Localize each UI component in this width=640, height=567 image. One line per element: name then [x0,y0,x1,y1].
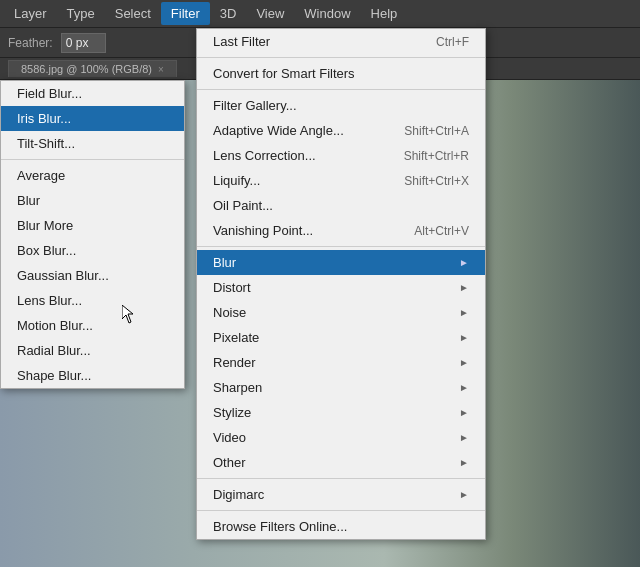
filter-oil-paint[interactable]: Oil Paint... [197,193,485,218]
blur-shape-blur[interactable]: Shape Blur... [1,363,184,388]
menubar: Layer Type Select Filter 3D View Window … [0,0,640,28]
filter-render-label: Render [213,355,256,370]
filter-video[interactable]: Video ► [197,425,485,450]
digimarc-submenu-arrow: ► [459,489,469,500]
sharpen-submenu-arrow: ► [459,382,469,393]
menu-view[interactable]: View [246,2,294,25]
distort-submenu-arrow: ► [459,282,469,293]
separator-5 [197,510,485,511]
menu-select[interactable]: Select [105,2,161,25]
filter-menu: Last Filter Ctrl+F Convert for Smart Fil… [196,28,486,540]
menu-filter[interactable]: Filter [161,2,210,25]
filter-convert-smart[interactable]: Convert for Smart Filters [197,61,485,86]
filter-noise[interactable]: Noise ► [197,300,485,325]
blur-submenu-arrow: ► [459,257,469,268]
filter-vanishing-point-shortcut: Alt+Ctrl+V [414,224,469,238]
filter-liquify-label: Liquify... [213,173,260,188]
filter-browse-online-label: Browse Filters Online... [213,519,347,534]
blur-lens-blur[interactable]: Lens Blur... [1,288,184,313]
document-tab[interactable]: 8586.jpg @ 100% (RGB/8) × [8,60,177,77]
filter-sharpen[interactable]: Sharpen ► [197,375,485,400]
blur-submenu: Field Blur... Iris Blur... Tilt-Shift...… [0,80,185,389]
filter-blur[interactable]: Blur ► [197,250,485,275]
filter-blur-label: Blur [213,255,236,270]
filter-liquify-shortcut: Shift+Ctrl+X [404,174,469,188]
blur-gaussian-blur[interactable]: Gaussian Blur... [1,263,184,288]
filter-last-filter[interactable]: Last Filter Ctrl+F [197,29,485,54]
filter-liquify[interactable]: Liquify... Shift+Ctrl+X [197,168,485,193]
menu-3d[interactable]: 3D [210,2,247,25]
filter-last-filter-shortcut: Ctrl+F [436,35,469,49]
filter-last-filter-label: Last Filter [213,34,270,49]
filter-sharpen-label: Sharpen [213,380,262,395]
filter-oil-paint-label: Oil Paint... [213,198,273,213]
filter-render[interactable]: Render ► [197,350,485,375]
feather-input[interactable] [61,33,106,53]
blur-field-blur[interactable]: Field Blur... [1,81,184,106]
blur-tilt-shift[interactable]: Tilt-Shift... [1,131,184,156]
menu-type[interactable]: Type [57,2,105,25]
menu-layer[interactable]: Layer [4,2,57,25]
tab-label: 8586.jpg @ 100% (RGB/8) [21,63,152,75]
filter-lens-correction[interactable]: Lens Correction... Shift+Ctrl+R [197,143,485,168]
filter-lens-correction-shortcut: Shift+Ctrl+R [404,149,469,163]
stylize-submenu-arrow: ► [459,407,469,418]
filter-video-label: Video [213,430,246,445]
filter-distort-label: Distort [213,280,251,295]
noise-submenu-arrow: ► [459,307,469,318]
filter-browse-online[interactable]: Browse Filters Online... [197,514,485,539]
blur-blur-more[interactable]: Blur More [1,213,184,238]
separator-3 [197,246,485,247]
separator-2 [197,89,485,90]
filter-other[interactable]: Other ► [197,450,485,475]
blur-average[interactable]: Average [1,163,184,188]
menu-window[interactable]: Window [294,2,360,25]
filter-stylize[interactable]: Stylize ► [197,400,485,425]
filter-lens-correction-label: Lens Correction... [213,148,316,163]
other-submenu-arrow: ► [459,457,469,468]
filter-distort[interactable]: Distort ► [197,275,485,300]
filter-convert-smart-label: Convert for Smart Filters [213,66,355,81]
filter-vanishing-point-label: Vanishing Point... [213,223,313,238]
render-submenu-arrow: ► [459,357,469,368]
blur-motion-blur[interactable]: Motion Blur... [1,313,184,338]
filter-adaptive-wide-shortcut: Shift+Ctrl+A [404,124,469,138]
filter-gallery-label: Filter Gallery... [213,98,297,113]
filter-adaptive-wide-label: Adaptive Wide Angle... [213,123,344,138]
feather-label: Feather: [8,36,53,50]
filter-other-label: Other [213,455,246,470]
filter-digimarc[interactable]: Digimarc ► [197,482,485,507]
separator-4 [197,478,485,479]
filter-vanishing-point[interactable]: Vanishing Point... Alt+Ctrl+V [197,218,485,243]
separator-1 [197,57,485,58]
filter-gallery[interactable]: Filter Gallery... [197,93,485,118]
filter-pixelate-label: Pixelate [213,330,259,345]
filter-adaptive-wide[interactable]: Adaptive Wide Angle... Shift+Ctrl+A [197,118,485,143]
blur-box-blur[interactable]: Box Blur... [1,238,184,263]
menu-help[interactable]: Help [361,2,408,25]
blur-separator [1,159,184,160]
filter-stylize-label: Stylize [213,405,251,420]
filter-pixelate[interactable]: Pixelate ► [197,325,485,350]
filter-noise-label: Noise [213,305,246,320]
filter-digimarc-label: Digimarc [213,487,264,502]
tab-close-button[interactable]: × [158,64,164,75]
blur-blur[interactable]: Blur [1,188,184,213]
blur-radial-blur[interactable]: Radial Blur... [1,338,184,363]
video-submenu-arrow: ► [459,432,469,443]
blur-iris-blur[interactable]: Iris Blur... [1,106,184,131]
pixelate-submenu-arrow: ► [459,332,469,343]
